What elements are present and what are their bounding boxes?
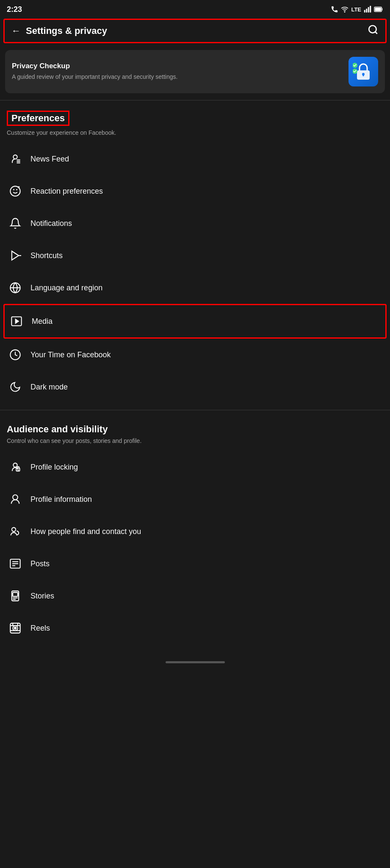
search-icon[interactable] <box>368 24 379 38</box>
svg-rect-7 <box>375 8 381 11</box>
header-title: Settings & privacy <box>26 25 107 36</box>
your-time-icon <box>7 346 24 363</box>
menu-item-profile-information[interactable]: Profile information <box>0 483 390 515</box>
menu-item-posts[interactable]: Posts <box>0 548 390 580</box>
audience-title: Audience and visibility <box>7 424 383 435</box>
status-bar: 2:23 LTE <box>0 0 390 17</box>
svg-rect-1 <box>364 10 365 13</box>
audience-section: Audience and visibility Control who can … <box>0 417 390 451</box>
media-icon <box>8 313 25 330</box>
wifi-icon <box>341 6 349 13</box>
menu-item-dark-mode[interactable]: Dark mode <box>0 371 390 403</box>
media-label: Media <box>32 317 53 326</box>
svg-rect-11 <box>363 74 364 76</box>
audience-subtitle: Control who can see your posts, stories … <box>7 437 383 444</box>
notifications-icon <box>7 215 24 232</box>
svg-point-30 <box>12 528 16 531</box>
posts-label: Posts <box>30 559 50 568</box>
how-people-find-icon <box>7 523 24 540</box>
home-indicator <box>0 644 390 667</box>
notifications-label: Notifications <box>30 219 72 228</box>
stories-label: Stories <box>30 592 54 601</box>
profile-information-label: Profile information <box>30 495 92 504</box>
header-left: ← Settings & privacy <box>11 25 107 36</box>
news-feed-label: News Feed <box>30 155 69 164</box>
svg-point-0 <box>345 11 346 12</box>
your-time-label: Your Time on Facebook <box>30 351 111 359</box>
preferences-title: Preferences <box>11 113 65 123</box>
svg-point-29 <box>13 495 18 500</box>
status-time: 2:23 <box>7 5 22 14</box>
privacy-checkup-icon <box>349 57 378 86</box>
menu-item-language-region[interactable]: Language and region <box>0 272 390 304</box>
svg-rect-6 <box>382 8 382 11</box>
svg-point-41 <box>14 627 17 629</box>
dark-mode-icon <box>7 378 24 395</box>
profile-locking-label: Profile locking <box>30 463 78 472</box>
profile-information-icon <box>7 491 24 508</box>
reels-icon <box>7 620 24 637</box>
preferences-subtitle: Customize your experience on Facebook. <box>7 129 383 136</box>
svg-rect-3 <box>368 7 369 13</box>
menu-item-reaction-preferences[interactable]: Reaction preferences <box>0 175 390 207</box>
menu-item-news-feed[interactable]: News Feed <box>0 143 390 175</box>
how-people-find-label: How people find and contact you <box>30 527 141 536</box>
signal-icon <box>364 6 371 13</box>
menu-item-your-time[interactable]: Your Time on Facebook <box>0 339 390 371</box>
reels-label: Reels <box>30 624 50 633</box>
lte-icon: LTE <box>351 6 361 13</box>
privacy-checkup-title: Privacy Checkup <box>12 62 343 70</box>
svg-rect-2 <box>366 9 367 13</box>
menu-item-reels[interactable]: Reels <box>0 612 390 644</box>
divider-1 <box>0 100 390 100</box>
dark-mode-label: Dark mode <box>30 383 68 392</box>
home-bar <box>166 661 225 663</box>
menu-item-profile-locking[interactable]: Profile locking <box>0 451 390 483</box>
status-icons: LTE <box>331 6 383 13</box>
svg-marker-25 <box>16 319 19 323</box>
svg-rect-4 <box>370 6 371 13</box>
language-region-label: Language and region <box>30 284 102 292</box>
privacy-card-content: Privacy Checkup A guided review of your … <box>12 62 343 81</box>
menu-item-how-people-find[interactable]: How people find and contact you <box>0 515 390 548</box>
reaction-preferences-label: Reaction preferences <box>30 187 103 196</box>
preferences-title-wrapper: Preferences <box>7 111 69 126</box>
svg-rect-36 <box>13 593 18 596</box>
language-region-icon <box>7 279 24 296</box>
battery-icon <box>374 6 383 12</box>
back-button[interactable]: ← <box>11 25 21 36</box>
media-item-wrapper: Media <box>3 304 387 339</box>
shortcuts-icon <box>7 247 24 264</box>
svg-point-14 <box>13 155 17 159</box>
menu-item-stories[interactable]: Stories <box>0 580 390 612</box>
menu-item-notifications[interactable]: Notifications <box>0 207 390 239</box>
wifi-calling-icon <box>331 6 338 13</box>
header: ← Settings & privacy <box>3 19 387 43</box>
menu-item-shortcuts[interactable]: Shortcuts <box>0 239 390 272</box>
news-feed-icon <box>7 150 24 167</box>
reaction-preferences-icon <box>7 183 24 200</box>
privacy-checkup-card[interactable]: Privacy Checkup A guided review of your … <box>5 50 385 93</box>
divider-2 <box>0 410 390 410</box>
stories-icon <box>7 587 24 604</box>
shortcuts-label: Shortcuts <box>30 251 63 260</box>
posts-icon <box>7 555 24 572</box>
menu-item-media[interactable]: Media <box>5 305 385 337</box>
svg-point-8 <box>369 25 376 33</box>
preferences-section: Preferences Customize your experience on… <box>0 104 390 143</box>
privacy-checkup-description: A guided review of your important privac… <box>12 73 343 81</box>
svg-point-27 <box>13 463 17 467</box>
profile-locking-icon <box>7 459 24 476</box>
